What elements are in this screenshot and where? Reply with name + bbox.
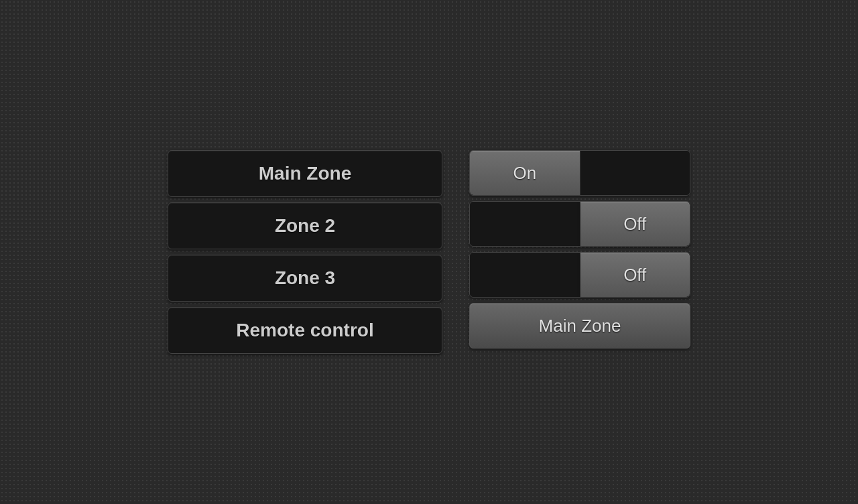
- main-zone-button[interactable]: Main Zone: [168, 150, 442, 197]
- main-container: Main Zone Zone 2 Zone 3 Remote control O…: [168, 150, 690, 354]
- toggle-3-on-button[interactable]: [470, 253, 580, 297]
- toggle-2-off-label: Off: [623, 214, 646, 235]
- left-column: Main Zone Zone 2 Zone 3 Remote control: [168, 150, 442, 354]
- main-zone-label: Main Zone: [259, 163, 351, 184]
- toggle-row-3: Off: [469, 252, 690, 298]
- toggle-2-off-button[interactable]: Off: [580, 202, 690, 246]
- toggle-1-off-button[interactable]: [580, 151, 690, 195]
- toggle-1-on-button[interactable]: On: [470, 151, 580, 195]
- toggle-2-on-button[interactable]: [470, 202, 580, 246]
- zone-2-button[interactable]: Zone 2: [168, 202, 442, 249]
- right-column: On Off Off Main Zone: [469, 150, 690, 349]
- toggle-3-off-button[interactable]: Off: [580, 253, 690, 297]
- toggle-row-2: Off: [469, 201, 690, 247]
- bottom-zone-label: Main Zone: [539, 316, 621, 336]
- toggle-1-on-label: On: [513, 163, 536, 184]
- toggle-3-off-label: Off: [623, 265, 646, 286]
- zone-3-label: Zone 3: [275, 267, 335, 288]
- toggle-row-1: On: [469, 150, 690, 196]
- zone-2-label: Zone 2: [275, 215, 335, 236]
- zone-3-button[interactable]: Zone 3: [168, 255, 442, 302]
- remote-control-button[interactable]: Remote control: [168, 307, 442, 354]
- bottom-zone-button[interactable]: Main Zone: [469, 303, 690, 349]
- remote-control-label: Remote control: [236, 320, 373, 340]
